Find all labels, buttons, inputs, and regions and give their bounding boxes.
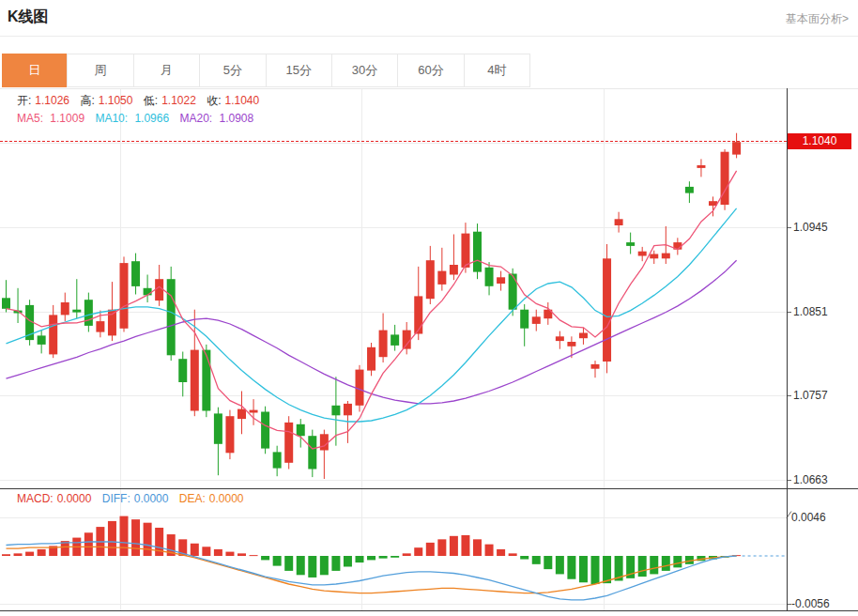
- diff-value: 0.0000: [134, 492, 169, 505]
- price-tick-label: 1.0757: [793, 389, 828, 402]
- macd-value: 0.0000: [57, 492, 92, 505]
- macd-readout: MACD:0.0000 DIFF:0.0000 DEA:0.0000: [17, 492, 251, 505]
- macd-tick-label: -0.0056: [791, 597, 830, 610]
- close-value: 1.1040: [225, 94, 260, 107]
- dea-label: DEA:: [179, 492, 206, 505]
- ma20-label: MA20:: [179, 112, 212, 125]
- diff-label: DIFF:: [102, 492, 130, 505]
- ma5-value: 1.1009: [50, 112, 84, 125]
- current-price-tag: 1.1040: [788, 133, 851, 149]
- price-tick-label: 1.0945: [793, 221, 828, 234]
- ma5-label: MA5:: [17, 112, 43, 125]
- ma20-value: 1.0908: [220, 112, 254, 125]
- ma10-label: MA10:: [95, 112, 128, 125]
- high-label: 高:: [80, 94, 94, 107]
- high-value: 1.1050: [99, 94, 133, 107]
- open-label: 开:: [17, 94, 31, 107]
- ma10-value: 1.0966: [134, 112, 169, 125]
- macd-label: MACD:: [17, 492, 54, 505]
- price-tick-label: 1.0851: [793, 305, 828, 318]
- open-value: 1.1026: [35, 94, 69, 107]
- low-value: 1.1022: [161, 94, 196, 107]
- ohlc-readout: 开:1.1026 高:1.1050 低:1.1022 收:1.1040: [17, 93, 267, 109]
- low-label: 低:: [144, 94, 158, 107]
- dea-value: 0.0000: [209, 492, 244, 505]
- price-tick-label: 1.0663: [793, 473, 828, 486]
- close-label: 收:: [207, 94, 221, 107]
- macd-tick-label: 0.0046: [791, 511, 826, 524]
- ma-readout: MA5: 1.1009 MA10: 1.0966 MA20: 1.0908: [17, 112, 261, 125]
